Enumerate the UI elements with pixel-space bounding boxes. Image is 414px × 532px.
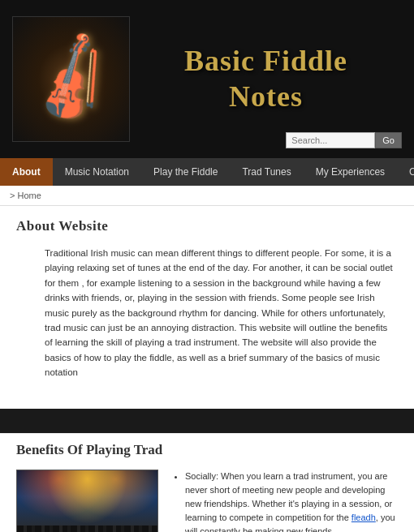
site-title: Basic Fiddle Notes: [130, 44, 402, 114]
nav-item-music-notation[interactable]: Music Notation: [53, 158, 141, 186]
page-header: 🎻 Basic Fiddle Notes Go: [0, 0, 414, 158]
search-button[interactable]: Go: [375, 132, 402, 148]
site-title-text: Basic Fiddle Notes: [146, 44, 386, 114]
search-input[interactable]: [286, 132, 375, 148]
benefit-item-social: Socially: When you learn a trad instrume…: [185, 470, 398, 532]
nav-item-about[interactable]: About: [0, 158, 53, 186]
benefits-list: Socially: When you learn a trad instrume…: [170, 470, 398, 532]
violin-icon: 🎻: [17, 26, 126, 132]
about-title: About Website: [16, 218, 398, 234]
spacer: [0, 409, 414, 433]
benefits-layout: Socially: When you learn a trad instrume…: [16, 470, 398, 532]
benefits-title: Benefits of playing Trad: [16, 442, 398, 458]
crowd-shapes: [17, 526, 157, 532]
nav-item-my-experiences[interactable]: My Experiences: [304, 158, 397, 186]
concert-visual: [17, 470, 157, 532]
nav-item-trad-tunes[interactable]: Trad Tunes: [230, 158, 303, 186]
benefits-section: Benefits of playing Trad Socially: When …: [0, 433, 414, 532]
concert-image: [16, 470, 158, 532]
nav-item-play-fiddle[interactable]: Play the Fiddle: [141, 158, 230, 186]
about-paragraph: Traditional Irish music can mean differe…: [45, 246, 398, 380]
breadcrumb: > Home: [0, 186, 414, 206]
main-content: About Website Traditional Irish music ca…: [0, 206, 414, 409]
nav-item-contact[interactable]: Contact: [397, 158, 414, 186]
fiddle-image: 🎻: [12, 16, 130, 142]
main-nav: About Music Notation Play the Fiddle Tra…: [0, 158, 414, 186]
search-bar: Go: [286, 132, 402, 148]
fleadh-link[interactable]: fleadh: [351, 513, 376, 522]
home-link[interactable]: > Home: [10, 191, 41, 200]
